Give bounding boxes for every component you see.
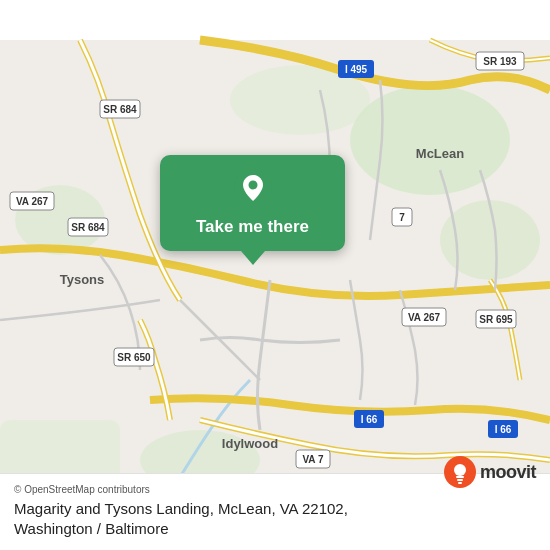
moovit-text: moovit <box>480 462 536 483</box>
svg-rect-41 <box>458 482 462 484</box>
popup-pointer <box>241 251 265 265</box>
take-me-there-button[interactable]: Take me there <box>196 217 309 237</box>
svg-text:SR 684: SR 684 <box>71 222 105 233</box>
svg-text:Tysons: Tysons <box>60 272 105 287</box>
svg-text:SR 650: SR 650 <box>117 352 151 363</box>
svg-text:McLean: McLean <box>416 146 464 161</box>
svg-text:VA 267: VA 267 <box>408 312 441 323</box>
svg-point-38 <box>454 464 466 476</box>
svg-text:I 66: I 66 <box>361 414 378 425</box>
map-container[interactable]: SR 193 I 495 SR 684 VA 267 SR 684 7 VA 2… <box>0 0 550 550</box>
take-me-there-popup: Take me there <box>160 155 345 265</box>
svg-rect-40 <box>457 479 463 481</box>
svg-text:SR 695: SR 695 <box>479 314 513 325</box>
svg-point-2 <box>350 85 510 195</box>
bottom-bar: © OpenStreetMap contributors Magarity an… <box>0 473 550 550</box>
green-card: Take me there <box>160 155 345 251</box>
location-title-sub: Washington / Baltimore <box>14 520 169 537</box>
svg-text:VA 7: VA 7 <box>302 454 324 465</box>
svg-text:Idylwood: Idylwood <box>222 436 278 451</box>
svg-text:I 495: I 495 <box>345 64 368 75</box>
moovit-logo: moovit <box>444 456 536 488</box>
location-title: Magarity and Tysons Landing, McLean, VA … <box>14 499 348 538</box>
location-title-main: Magarity and Tysons Landing, McLean, VA … <box>14 500 348 517</box>
svg-text:SR 193: SR 193 <box>483 56 517 67</box>
attribution-text: © OpenStreetMap contributors <box>14 484 150 495</box>
svg-text:SR 684: SR 684 <box>103 104 137 115</box>
location-pin-icon <box>234 169 272 207</box>
svg-text:VA 267: VA 267 <box>16 196 49 207</box>
svg-text:7: 7 <box>399 212 405 223</box>
svg-rect-39 <box>456 476 464 478</box>
svg-text:I 66: I 66 <box>495 424 512 435</box>
moovit-icon <box>444 456 476 488</box>
svg-point-3 <box>440 200 540 280</box>
svg-point-36 <box>248 181 257 190</box>
